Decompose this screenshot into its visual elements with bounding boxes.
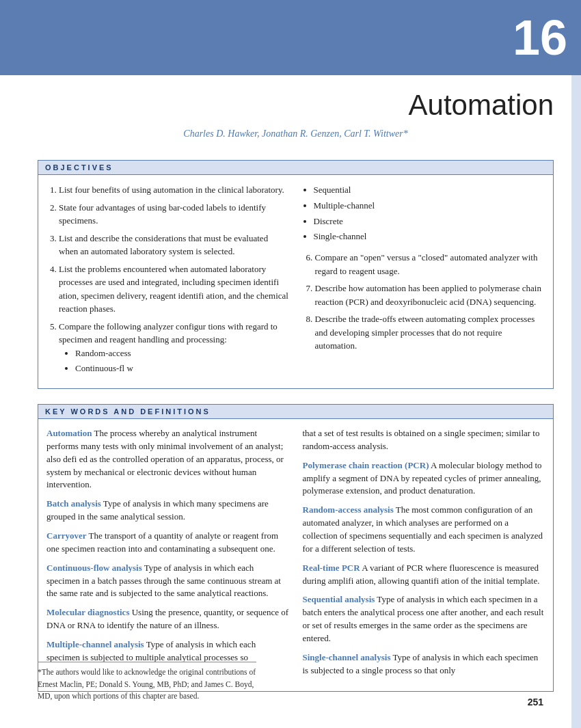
kw-def-multiple-channel-cont: that a set of test results is obtained o… <box>303 428 540 451</box>
analyzer-continuous: Continuous-fl w <box>75 362 289 376</box>
objective-item-2: State four advantages of using bar-coded… <box>59 201 289 228</box>
obj-discrete: Discrete <box>314 215 545 229</box>
kw-multiple-channel: Multiple-channel analysis Type of analys… <box>46 638 289 664</box>
kw-realtime-pcr: Real-time PCR A variant of PCR where flu… <box>303 562 545 588</box>
objectives-right-list: Sequential Multiple-channel Discrete Sin… <box>314 183 545 244</box>
obj-multiple-channel: Multiple-channel <box>314 199 545 213</box>
kw-single-channel: Single-channel analysis Type of analysis… <box>303 651 545 677</box>
analyzer-list: Random-access Continuous-fl w <box>75 347 289 377</box>
obj-item-6: Compare an "open" versus a "closed" auto… <box>315 251 545 278</box>
objectives-content: List four benefits of using automation i… <box>38 175 553 388</box>
objectives-right-numbered: Compare an "open" versus a "closed" auto… <box>315 251 545 353</box>
keywords-content: Automation The process whereby an analyt… <box>38 419 553 691</box>
kw-sequential: Sequential analysis Type of analysis in … <box>303 593 545 645</box>
obj-sequential: Sequential <box>314 183 545 198</box>
obj-item-8: Describe the trade-offs etween automatin… <box>315 312 545 353</box>
page-number: 251 <box>528 697 543 707</box>
kw-term-molecular-diagnostics: Molecular diagnostics <box>46 607 129 617</box>
keywords-left: Automation The process whereby an analyt… <box>46 427 289 683</box>
obj-single-channel: Single-channel <box>314 230 545 244</box>
kw-carryover: Carryover The transport of a quantity of… <box>46 530 289 556</box>
kw-term-carryover: Carryover <box>46 530 86 541</box>
right-bar <box>571 75 581 728</box>
objectives-list: List four benefits of using automation i… <box>59 183 289 376</box>
objective-item-1: List four benefits of using automation i… <box>59 183 289 197</box>
kw-term-pcr: Polymerase chain reaction (PCR) <box>303 460 429 470</box>
objective-item-5: Compare the following analyzer configur … <box>59 320 289 377</box>
main-content: Automation Charles D. Hawker, Jonathan R… <box>38 89 554 707</box>
kw-term-single-channel: Single-channel analysis <box>303 652 391 662</box>
authors: Charles D. Hawker, Jonathan R. Genzen, C… <box>38 129 554 139</box>
kw-automation: Automation The process whereby an analyt… <box>46 427 289 491</box>
kw-term-automation: Automation <box>46 428 92 438</box>
objective-item-4: List the problems encountered when autom… <box>59 262 289 316</box>
kw-multiple-channel-cont: that a set of test results is obtained o… <box>303 427 545 453</box>
footnote: *The authors would like to acknowledge t… <box>38 662 256 702</box>
chapter-number: 16 <box>513 13 567 62</box>
kw-term-random-access: Random-access analysis <box>303 504 394 515</box>
kw-batch: Batch analysis Type of analysis in which… <box>46 498 289 524</box>
top-banner: 16 <box>0 0 581 75</box>
chapter-number-box: 16 <box>499 0 581 75</box>
objectives-left: List four benefits of using automation i… <box>46 183 289 380</box>
objective-item-3: List and describe the considerations tha… <box>59 232 289 258</box>
kw-continuous-flow: Continuous-flow analysis Type of analysi… <box>46 562 289 601</box>
kw-term-realtime-pcr: Real-time PCR <box>303 563 360 573</box>
footnote-text: *The authors would like to acknowledge t… <box>38 668 256 700</box>
analyzer-random: Random-access <box>75 347 289 361</box>
chapter-title: Automation <box>38 89 554 122</box>
kw-term-multiple-channel: Multiple-channel analysis <box>46 639 144 649</box>
keywords-header: KEY WORDS AND DEFINITIONS <box>38 405 553 419</box>
keywords-right: that a set of test results is obtained o… <box>303 427 545 683</box>
kw-term-sequential: Sequential analysis <box>303 594 375 604</box>
obj-item-7: Describe how automation has been applied… <box>315 282 545 308</box>
objectives-header: OBJECTIVES <box>38 161 553 175</box>
kw-term-continuous-flow: Continuous-flow analysis <box>46 563 142 573</box>
kw-random-access: Random-access analysis The most common c… <box>303 504 545 555</box>
kw-molecular-diagnostics: Molecular diagnostics Using the presence… <box>46 606 289 632</box>
objectives-box: OBJECTIVES List four benefits of using a… <box>38 160 554 389</box>
keywords-box: KEY WORDS AND DEFINITIONS Automation The… <box>38 404 554 692</box>
kw-term-batch: Batch analysis <box>46 498 101 509</box>
kw-pcr: Polymerase chain reaction (PCR) A molecu… <box>303 459 545 498</box>
objectives-right: Sequential Multiple-channel Discrete Sin… <box>303 183 545 380</box>
